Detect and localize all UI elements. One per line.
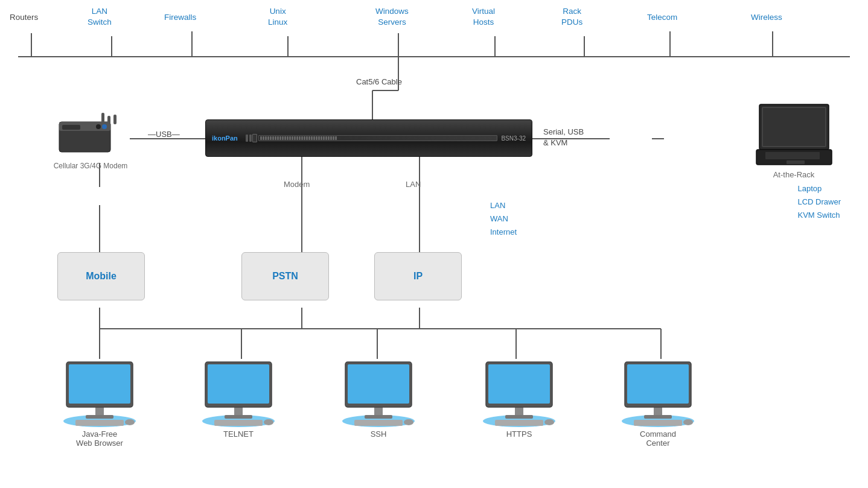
laptop-option: Laptop: [797, 182, 841, 195]
kvm-device: ikonPan BSN3-32: [205, 119, 532, 157]
cat56-cable-label: Cat5/6 Cable: [356, 77, 402, 86]
cellular-modem-device: [53, 110, 126, 158]
category-firewalls: Firewalls: [164, 12, 196, 23]
category-wireless: Wireless: [751, 12, 782, 23]
ip-label: IP: [413, 271, 423, 282]
ip-box: IP: [374, 252, 462, 300]
computer-https: HTTPS: [468, 356, 570, 439]
ssh-label: SSH: [327, 429, 430, 439]
java-free-label: Java-FreeWeb Browser: [48, 429, 151, 448]
svg-rect-78: [634, 420, 682, 426]
svg-point-79: [683, 419, 693, 425]
kvm-brand-label: ikonPan: [212, 135, 242, 142]
computer-ssh: SSH: [327, 356, 430, 439]
svg-rect-49: [69, 364, 130, 404]
category-windows-servers: WindowsServers: [375, 6, 409, 27]
category-routers: Routers: [10, 12, 38, 23]
svg-rect-68: [505, 415, 533, 419]
svg-rect-75: [644, 415, 672, 419]
lan-blue: LAN: [490, 199, 517, 212]
category-telecom: Telecom: [647, 12, 677, 23]
svg-point-58: [264, 419, 273, 425]
svg-rect-50: [75, 420, 124, 426]
svg-rect-41: [763, 108, 825, 146]
lan-label: LAN: [406, 180, 421, 189]
svg-point-34: [96, 124, 101, 129]
svg-rect-57: [214, 420, 263, 426]
svg-point-72: [544, 419, 554, 425]
pstn-box: PSTN: [241, 252, 329, 300]
svg-point-51: [125, 419, 135, 425]
svg-rect-47: [86, 415, 113, 419]
modem-label: Modem: [284, 180, 310, 189]
category-rack-pdus: RackPDUs: [561, 6, 582, 27]
svg-rect-70: [488, 364, 550, 404]
svg-point-35: [102, 124, 107, 129]
svg-rect-54: [225, 415, 252, 419]
svg-rect-43: [765, 152, 820, 159]
internet-blue: Internet: [490, 226, 517, 239]
pstn-label: PSTN: [272, 271, 298, 282]
mobile-box: Mobile: [57, 252, 145, 300]
mobile-label: Mobile: [86, 271, 116, 282]
https-label: HTTPS: [468, 429, 570, 439]
category-virtual-hosts: VirtualHosts: [472, 6, 495, 27]
rack-laptop-device: [753, 101, 838, 168]
svg-rect-33: [62, 125, 80, 130]
svg-rect-71: [495, 420, 543, 426]
svg-rect-64: [354, 420, 403, 426]
at-the-rack-label: At-the-Rack: [755, 170, 833, 179]
svg-rect-36: [101, 113, 104, 124]
computer-telnet: TELNET: [187, 356, 290, 439]
svg-rect-63: [348, 364, 409, 404]
computer-java-free: Java-FreeWeb Browser: [48, 356, 151, 448]
lan-wan-internet-label: LAN WAN Internet: [490, 199, 517, 239]
telnet-label: TELNET: [187, 429, 290, 439]
usb-label: —USB—: [148, 130, 180, 139]
lcd-drawer-option: LCD Drawer: [797, 195, 841, 209]
category-lan-switch: LANSwitch: [88, 6, 112, 27]
svg-rect-77: [627, 364, 689, 404]
cellular-modem-label: Cellular 3G/4G Modem: [51, 162, 130, 170]
command-center-label: CommandCenter: [607, 429, 709, 448]
svg-rect-44: [787, 160, 805, 164]
kvm-model-label: BSN3-32: [501, 135, 526, 142]
category-unix-linux: UnixLinux: [268, 6, 287, 27]
svg-rect-56: [208, 364, 269, 404]
at-rack-options: Laptop LCD Drawer KVM Switch: [797, 182, 841, 222]
kvm-port-area: [246, 133, 497, 144]
serial-usb-kvm-label: Serial, USB& KVM: [543, 127, 584, 148]
svg-rect-37: [107, 116, 110, 124]
svg-rect-61: [365, 415, 392, 419]
svg-rect-38: [113, 115, 116, 124]
wan-blue: WAN: [490, 212, 517, 226]
computer-command-center: CommandCenter: [607, 356, 709, 448]
svg-point-65: [404, 419, 413, 425]
kvm-switch-option: KVM Switch: [797, 209, 841, 222]
